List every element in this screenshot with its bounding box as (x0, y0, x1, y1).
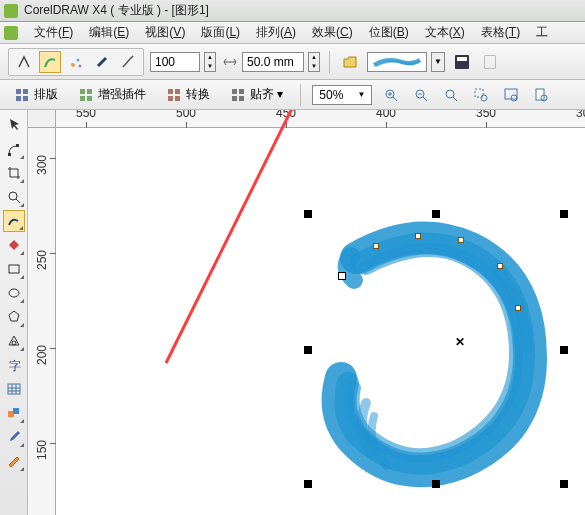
smoothing-input[interactable]: 100 (150, 52, 200, 72)
calligraphy-icon[interactable] (91, 51, 113, 73)
selection-handle-nw[interactable] (304, 210, 312, 218)
selection-handle-sw[interactable] (304, 480, 312, 488)
menu-item-6[interactable]: 位图(B) (361, 22, 417, 43)
text-tool[interactable]: 字 (3, 354, 25, 376)
smart-fill-tool[interactable] (3, 234, 25, 256)
brush-stroke-object[interactable] (296, 208, 566, 488)
selection-handle-se[interactable] (560, 480, 568, 488)
menu-item-3[interactable]: 版面(L) (193, 22, 248, 43)
stroke-width-value: 50.0 mm (247, 55, 294, 69)
ruler-v-tick: 200 (28, 348, 56, 362)
smoothing-group: 100 ▲▼ (150, 52, 216, 72)
path-node[interactable] (458, 237, 464, 243)
path-node[interactable] (415, 233, 421, 239)
zoom-out-button[interactable] (410, 84, 432, 106)
ruler-origin[interactable] (28, 110, 56, 128)
delete-preset-button[interactable] (479, 51, 501, 73)
outline-tool[interactable] (3, 450, 25, 472)
svg-rect-16 (239, 89, 244, 94)
menu-item-7[interactable]: 文本(X) (417, 22, 473, 43)
path-node[interactable] (497, 263, 503, 269)
preset-icon[interactable] (13, 51, 35, 73)
rectangle-tool[interactable] (3, 258, 25, 280)
svg-rect-4 (23, 89, 28, 94)
preset-group (8, 48, 144, 76)
zoom-page-button[interactable] (530, 84, 552, 106)
svg-rect-3 (16, 89, 21, 94)
crop-tool[interactable] (3, 162, 25, 184)
menu-item-4[interactable]: 排列(A) (248, 22, 304, 43)
selection-handle-e[interactable] (560, 346, 568, 354)
table-tool[interactable] (3, 378, 25, 400)
snap-button[interactable]: 贴齐 ▾ (224, 84, 289, 105)
svg-rect-13 (168, 96, 173, 101)
selection-handle-w[interactable] (304, 346, 312, 354)
freehand-tool[interactable] (3, 210, 25, 232)
convert-button[interactable]: 转换 (160, 84, 216, 105)
svg-point-1 (77, 58, 80, 61)
enhance-plugin-button[interactable]: 增强插件 (72, 84, 152, 105)
divider (300, 84, 301, 106)
path-node[interactable] (373, 243, 379, 249)
width-spinner[interactable]: ▲▼ (308, 52, 320, 72)
menu-app-icon[interactable] (4, 26, 18, 40)
spray-mode-icon[interactable] (65, 51, 87, 73)
canvas-area: 550500450400350300 300250200150100 (28, 110, 585, 515)
stroke-preview[interactable] (367, 52, 427, 72)
save-preset-button[interactable] (451, 51, 473, 73)
zoom-tool[interactable] (3, 186, 25, 208)
ruler-v-tick: 150 (28, 443, 56, 457)
menu-item-5[interactable]: 效果(C) (304, 22, 361, 43)
basic-shapes-tool[interactable] (3, 330, 25, 352)
menu-item-9[interactable]: 工 (528, 22, 556, 43)
svg-text:字: 字 (9, 359, 21, 373)
interactive-tool[interactable] (3, 402, 25, 424)
pick-tool[interactable] (3, 114, 25, 136)
smoothing-value: 100 (155, 55, 175, 69)
stroke-width-input[interactable]: 50.0 mm (242, 52, 304, 72)
zoom-all-button[interactable] (500, 84, 522, 106)
enhance-label: 增强插件 (98, 86, 146, 103)
selection-center[interactable]: ✕ (455, 335, 465, 349)
width-icon (222, 54, 238, 70)
menu-item-1[interactable]: 编辑(E) (81, 22, 137, 43)
zoom-selection-button[interactable] (470, 84, 492, 106)
menu-item-8[interactable]: 表格(T) (473, 22, 528, 43)
shape-tool[interactable] (3, 138, 25, 160)
selection-handle-s[interactable] (432, 480, 440, 488)
brush-mode-icon[interactable] (39, 51, 61, 73)
menubar: 文件(F)编辑(E)视图(V)版面(L)排列(A)效果(C)位图(B)文本(X)… (0, 22, 585, 44)
polygon-tool[interactable] (3, 306, 25, 328)
menu-item-0[interactable]: 文件(F) (26, 22, 81, 43)
zoom-input[interactable]: 50% ▼ (312, 85, 372, 105)
browse-preset-icon[interactable] (339, 51, 361, 73)
selection-handle-ne[interactable] (560, 210, 568, 218)
svg-rect-9 (80, 96, 85, 101)
layout-button[interactable]: 排版 (8, 84, 64, 105)
svg-rect-28 (8, 153, 11, 156)
svg-point-0 (71, 63, 75, 67)
ellipse-tool[interactable] (3, 282, 25, 304)
pressure-icon[interactable] (117, 51, 139, 73)
ruler-v-tick: 300 (28, 158, 56, 172)
stroke-dropdown[interactable]: ▼ (431, 52, 445, 72)
menu-item-2[interactable]: 视图(V) (137, 22, 193, 43)
vertical-ruler[interactable]: 300250200150100 (28, 128, 56, 515)
svg-rect-29 (16, 144, 19, 147)
window-title: CorelDRAW X4 ( 专业版 ) - [图形1] (24, 2, 209, 19)
svg-rect-6 (23, 96, 28, 101)
smoothing-spinner[interactable]: ▲▼ (204, 52, 216, 72)
horizontal-ruler[interactable]: 550500450400350300 (56, 110, 585, 128)
canvas[interactable]: ✕ (56, 128, 585, 515)
path-node-start[interactable] (338, 272, 346, 280)
selection-handle-n[interactable] (432, 210, 440, 218)
path-node[interactable] (515, 305, 521, 311)
eyedropper-tool[interactable] (3, 426, 25, 448)
zoom-fit-button[interactable] (440, 84, 462, 106)
svg-point-25 (511, 95, 517, 101)
svg-point-21 (446, 90, 454, 98)
svg-rect-26 (536, 89, 544, 100)
grid-icon (14, 87, 30, 103)
stroke-preview-group: ▼ (367, 52, 445, 72)
zoom-in-button[interactable] (380, 84, 402, 106)
